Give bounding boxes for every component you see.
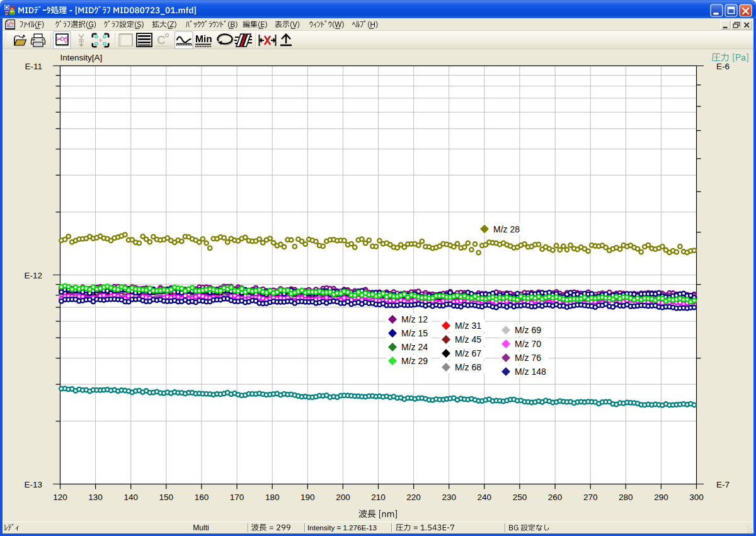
svg-text:270: 270 bbox=[583, 493, 598, 502]
svg-text:200: 200 bbox=[336, 493, 350, 502]
svg-text:E-12: E-12 bbox=[24, 271, 42, 280]
svg-text:120: 120 bbox=[53, 493, 67, 502]
svg-text:E-7: E-7 bbox=[716, 480, 730, 489]
svg-text:M/z 31: M/z 31 bbox=[455, 321, 481, 331]
svg-text:E-13: E-13 bbox=[24, 480, 42, 489]
svg-text:E-6: E-6 bbox=[716, 62, 730, 71]
svg-text:M/z 148: M/z 148 bbox=[515, 367, 546, 377]
svg-text:140: 140 bbox=[123, 493, 138, 502]
svg-text:240: 240 bbox=[478, 493, 492, 502]
svg-text:280: 280 bbox=[619, 493, 633, 502]
svg-text:290: 290 bbox=[654, 493, 668, 502]
svg-text:180: 180 bbox=[265, 493, 280, 502]
svg-text:M/z 12: M/z 12 bbox=[401, 314, 428, 324]
svg-text:E-11: E-11 bbox=[25, 62, 42, 71]
svg-text:230: 230 bbox=[442, 493, 456, 502]
svg-text:260: 260 bbox=[548, 493, 563, 502]
svg-text:Intensity = 1.276E-13: Intensity = 1.276E-13 bbox=[307, 523, 377, 532]
svg-text:M/z 69: M/z 69 bbox=[515, 325, 541, 335]
svg-text:Intensity[A]: Intensity[A] bbox=[60, 53, 103, 62]
svg-text:160: 160 bbox=[195, 493, 209, 502]
svg-text:170: 170 bbox=[230, 493, 244, 502]
svg-text:M/z 15: M/z 15 bbox=[401, 328, 428, 338]
svg-text:M/z 76: M/z 76 bbox=[515, 353, 541, 363]
svg-text:M/z 67: M/z 67 bbox=[455, 348, 481, 358]
svg-text:130: 130 bbox=[88, 493, 103, 502]
svg-text:M/z 70: M/z 70 bbox=[515, 339, 541, 349]
svg-text:Multi: Multi bbox=[193, 523, 209, 532]
svg-text:220: 220 bbox=[406, 493, 421, 502]
svg-text:300: 300 bbox=[689, 493, 704, 502]
svg-text:M/z 28: M/z 28 bbox=[493, 224, 520, 234]
svg-text:250: 250 bbox=[513, 493, 527, 502]
svg-text:M/z 68: M/z 68 bbox=[455, 362, 481, 372]
svg-text:M/z 45: M/z 45 bbox=[455, 334, 481, 345]
svg-text:210: 210 bbox=[371, 493, 386, 502]
svg-text:190: 190 bbox=[301, 493, 315, 502]
svg-text:M/z 24: M/z 24 bbox=[401, 342, 428, 352]
svg-text:M/z 29: M/z 29 bbox=[401, 356, 428, 366]
svg-text:150: 150 bbox=[159, 493, 174, 502]
